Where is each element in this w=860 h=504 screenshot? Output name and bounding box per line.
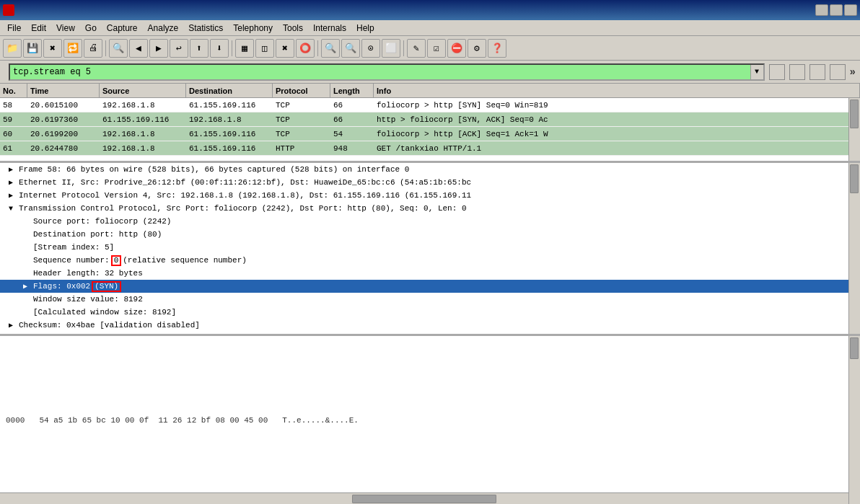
stop-toolbar-btn[interactable]: ✖ bbox=[276, 39, 294, 58]
marker-toolbar-btn[interactable]: ⭕ bbox=[296, 39, 315, 58]
hex-hscrollbar[interactable] bbox=[0, 492, 848, 504]
detail-row-4[interactable]: Source port: foliocorp (2242) bbox=[0, 215, 860, 228]
collapse-icon[interactable]: ▼ bbox=[6, 203, 16, 213]
detail-row-text-1: Ethernet II, Src: Prodrive_26:12:bf (00:… bbox=[19, 178, 471, 187]
hex-scrollbar-thumb[interactable] bbox=[850, 337, 859, 359]
expand-icon[interactable]: ▶ bbox=[6, 320, 16, 330]
packet-row-2[interactable]: 6020.6199200192.168.1.861.155.169.116TCP… bbox=[0, 127, 860, 141]
expression-button[interactable] bbox=[769, 64, 785, 80]
help-toolbar-btn[interactable]: ❓ bbox=[488, 39, 506, 58]
colorize-toolbar-btn[interactable]: ✎ bbox=[407, 39, 426, 58]
zoomnorm-toolbar-btn[interactable]: ⊙ bbox=[361, 39, 380, 58]
packet-list[interactable]: No.TimeSourceDestinationProtocolLengthIn… bbox=[0, 84, 860, 163]
resize-toolbar-btn[interactable]: ⬜ bbox=[382, 39, 400, 58]
detail-row-text-11: [Calculated window size: 8192] bbox=[33, 308, 176, 317]
clear-button[interactable] bbox=[789, 64, 805, 80]
packet-row-1[interactable]: 5920.619736061.155.169.116192.168.1.8TCP… bbox=[0, 112, 860, 127]
plist-col-length[interactable]: Length bbox=[330, 84, 374, 97]
filter-input[interactable] bbox=[10, 65, 750, 79]
detail-row-5[interactable]: Destination port: http (80) bbox=[0, 228, 860, 241]
detail-row-6[interactable]: [Stream index: 5] bbox=[0, 241, 860, 254]
detail-row-8[interactable]: Header length: 32 bytes bbox=[0, 267, 860, 280]
plist-col-protocol[interactable]: Protocol bbox=[273, 84, 330, 97]
open-toolbar-btn[interactable]: 📁 bbox=[3, 39, 22, 58]
hex-scrollbar[interactable] bbox=[848, 336, 860, 504]
menu-item-statistics[interactable]: Statistics bbox=[184, 21, 227, 35]
menu-item-telephony[interactable]: Telephony bbox=[229, 21, 277, 35]
print-toolbar-btn[interactable]: 🖨 bbox=[84, 39, 102, 58]
detail-spacer bbox=[20, 294, 30, 304]
maximize-button[interactable] bbox=[830, 4, 843, 16]
menu-item-help[interactable]: Help bbox=[352, 21, 379, 35]
close-file-toolbar-btn[interactable]: ✖ bbox=[43, 39, 62, 58]
expand-icon[interactable]: ▶ bbox=[20, 281, 30, 291]
zoomin-toolbar-btn[interactable]: 🔍 bbox=[321, 39, 340, 58]
hex-hscrollbar-thumb[interactable] bbox=[352, 495, 496, 503]
hex-content: 0000 54 a5 1b 65 bc 10 00 0f 11 26 12 bf… bbox=[6, 416, 359, 425]
main-content: No.TimeSourceDestinationProtocolLengthIn… bbox=[0, 84, 860, 504]
packet-cell-0-2: 192.168.1.8 bbox=[100, 101, 186, 110]
zoomout-toolbar-btn[interactable]: 🔍 bbox=[341, 39, 360, 58]
toolbar-separator bbox=[317, 40, 318, 56]
find-toolbar-btn[interactable]: 🔍 bbox=[109, 39, 128, 58]
back-toolbar-btn[interactable]: ◀ bbox=[129, 39, 148, 58]
close-button[interactable] bbox=[844, 4, 857, 16]
list2-toolbar-btn[interactable]: ◫ bbox=[255, 39, 274, 58]
detail-row-9[interactable]: ▶Flags: 0x002 (SYN) bbox=[0, 280, 860, 293]
expand-icon[interactable]: ▶ bbox=[6, 177, 16, 187]
stop2-toolbar-btn[interactable]: ⛔ bbox=[447, 39, 466, 58]
detail-row-10[interactable]: Window size value: 8192 bbox=[0, 293, 860, 306]
detail-row-text-4: Source port: foliocorp (2242) bbox=[33, 217, 171, 226]
checkmark-toolbar-btn[interactable]: ☑ bbox=[427, 39, 446, 58]
detail-row-12[interactable]: ▶Checksum: 0x4bae [validation disabled] bbox=[0, 319, 860, 332]
filter-dropdown-button[interactable]: ▼ bbox=[750, 65, 763, 79]
save-button[interactable] bbox=[830, 64, 846, 80]
detail-scrollbar[interactable] bbox=[848, 163, 860, 334]
detail-row-0[interactable]: ▶Frame 58: 66 bytes on wire (528 bits), … bbox=[0, 163, 860, 176]
detail-row-text-6: [Stream index: 5] bbox=[33, 243, 114, 252]
save-toolbar-btn[interactable]: 💾 bbox=[23, 39, 42, 58]
menu-item-capture[interactable]: Capture bbox=[102, 21, 142, 35]
bottom-toolbar-btn[interactable]: ⬇ bbox=[210, 39, 229, 58]
menu-item-file[interactable]: File bbox=[3, 21, 25, 35]
detail-row-2[interactable]: ▶Internet Protocol Version 4, Src: 192.1… bbox=[0, 189, 860, 202]
plist-col-time[interactable]: Time bbox=[27, 84, 100, 97]
flags-value: (SYN) bbox=[92, 281, 121, 292]
detail-row-7[interactable]: Sequence number: 0 (relative sequence nu… bbox=[0, 254, 860, 267]
hex-bytes: 54 a5 1b 65 bc 10 00 0f 11 26 12 bf 08 0… bbox=[39, 416, 268, 425]
filter-more-icon[interactable]: » bbox=[850, 66, 856, 78]
packet-cell-3-1: 20.6244780 bbox=[27, 144, 100, 153]
prefs-toolbar-btn[interactable]: ⚙ bbox=[468, 39, 486, 58]
detail-row-3[interactable]: ▼Transmission Control Protocol, Src Port… bbox=[0, 202, 860, 215]
packet-list-scrollbar[interactable] bbox=[848, 98, 860, 161]
menu-item-tools[interactable]: Tools bbox=[278, 21, 307, 35]
top-toolbar-btn[interactable]: ⬆ bbox=[190, 39, 209, 58]
menu-item-view[interactable]: View bbox=[52, 21, 79, 35]
detail-scrollbar-thumb[interactable] bbox=[850, 164, 859, 193]
detail-row-11[interactable]: [Calculated window size: 8192] bbox=[0, 306, 860, 319]
menu-item-analyze[interactable]: Analyze bbox=[144, 21, 183, 35]
goto-toolbar-btn[interactable]: ↩ bbox=[170, 39, 188, 58]
plist-col-destination[interactable]: Destination bbox=[186, 84, 273, 97]
packet-row-0[interactable]: 5820.6015100192.168.1.861.155.169.116TCP… bbox=[0, 98, 860, 112]
forward-toolbar-btn[interactable]: ▶ bbox=[149, 39, 168, 58]
minimize-button[interactable] bbox=[815, 4, 828, 16]
detail-row-1[interactable]: ▶Ethernet II, Src: Prodrive_26:12:bf (00… bbox=[0, 176, 860, 189]
menu-item-go[interactable]: Go bbox=[81, 21, 101, 35]
detail-row-text-2: Internet Protocol Version 4, Src: 192.16… bbox=[19, 191, 471, 200]
packet-cell-2-3: 61.155.169.116 bbox=[186, 130, 273, 138]
packet-list-scrollbar-thumb[interactable] bbox=[850, 100, 859, 128]
plist-col-source[interactable]: Source bbox=[100, 84, 186, 97]
packet-row-3[interactable]: 6120.6244780192.168.1.861.155.169.116HTT… bbox=[0, 141, 860, 156]
reload-toolbar-btn[interactable]: 🔁 bbox=[63, 39, 82, 58]
menu-item-internals[interactable]: Internals bbox=[309, 21, 351, 35]
plist-col-info[interactable]: Info bbox=[374, 84, 860, 97]
list1-toolbar-btn[interactable]: ▦ bbox=[235, 39, 254, 58]
packet-detail[interactable]: ▶Frame 58: 66 bytes on wire (528 bits), … bbox=[0, 163, 860, 336]
apply-button[interactable] bbox=[809, 64, 825, 80]
menu-item-edit[interactable]: Edit bbox=[27, 21, 51, 35]
expand-icon[interactable]: ▶ bbox=[6, 164, 16, 174]
plist-col-no[interactable]: No. bbox=[0, 84, 27, 97]
expand-icon[interactable]: ▶ bbox=[6, 190, 16, 200]
detail-rows: ▶Frame 58: 66 bytes on wire (528 bits), … bbox=[0, 163, 860, 336]
